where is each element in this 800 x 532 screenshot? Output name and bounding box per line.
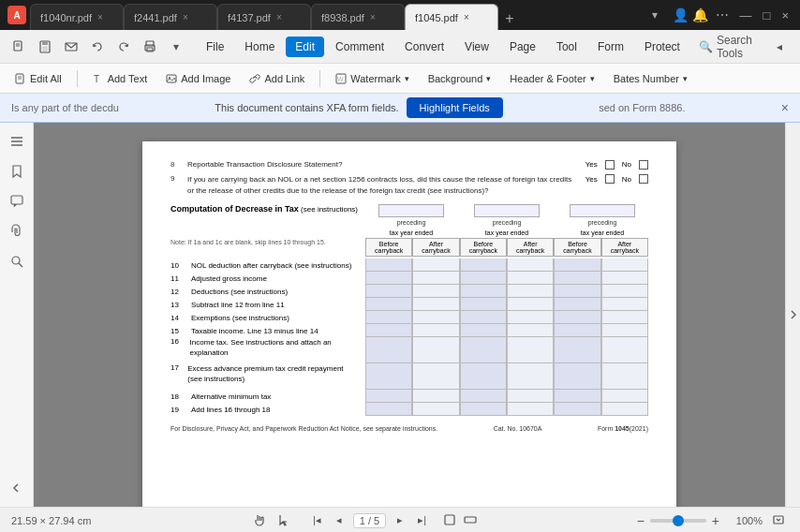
tab-f1040nr[interactable]: f1040nr.pdf × bbox=[30, 4, 124, 30]
dropdown-arrow[interactable]: ▾ bbox=[165, 36, 187, 58]
data-row-15: 15 Taxable income. Line 13 minus line 14 bbox=[170, 324, 648, 337]
cell-10-4[interactable] bbox=[507, 259, 554, 272]
hand-tool-icon[interactable] bbox=[249, 511, 270, 530]
image-icon bbox=[166, 73, 177, 84]
redo-icon[interactable] bbox=[112, 36, 135, 58]
bates-number-btn[interactable]: Bates Number ▾ bbox=[606, 70, 695, 87]
search-tools-btn[interactable]: 🔍 Search Tools bbox=[691, 30, 760, 64]
forward-nav-icon[interactable]: ▸ bbox=[793, 37, 800, 57]
menu-view[interactable]: View bbox=[455, 37, 498, 57]
sidebar-icon-search[interactable] bbox=[6, 250, 28, 273]
col-h-before-3: Before carryback bbox=[554, 238, 600, 257]
more-options-icon[interactable]: ⋯ bbox=[712, 7, 733, 22]
tab-f4137[interactable]: f4137.pdf × bbox=[217, 4, 311, 30]
close-window-icon[interactable]: × bbox=[778, 8, 793, 22]
cell-10-5[interactable] bbox=[554, 259, 600, 272]
cell-11-1[interactable] bbox=[365, 272, 412, 285]
sidebar-icon-menu[interactable] bbox=[6, 130, 28, 153]
profile-icon[interactable]: 👤 bbox=[673, 7, 689, 22]
sidebar-icon-comment[interactable] bbox=[6, 190, 28, 213]
save-icon[interactable] bbox=[34, 36, 56, 58]
data-row-12: 12 Deductions (see instructions) bbox=[170, 285, 648, 298]
tab-close[interactable]: × bbox=[276, 12, 282, 22]
tab-close[interactable]: × bbox=[97, 12, 103, 22]
tab-close[interactable]: × bbox=[464, 12, 469, 22]
restore-icon[interactable]: □ bbox=[760, 8, 775, 22]
menu-file[interactable]: File bbox=[197, 37, 233, 57]
cell-10-6[interactable] bbox=[601, 259, 648, 272]
undo-icon[interactable] bbox=[86, 36, 109, 58]
email-icon[interactable] bbox=[60, 36, 82, 58]
tab-f2441[interactable]: f2441.pdf × bbox=[124, 4, 217, 30]
sidebar-icon-attachment[interactable] bbox=[6, 220, 28, 243]
header-footer-btn[interactable]: Header & Footer ▾ bbox=[502, 70, 601, 87]
first-page-btn[interactable]: |◂ bbox=[309, 514, 325, 526]
cell-11-4[interactable] bbox=[507, 272, 554, 285]
cell-10-1[interactable] bbox=[365, 259, 412, 272]
cell-11-5[interactable] bbox=[554, 272, 600, 285]
cell-10-2[interactable] bbox=[412, 259, 459, 272]
xfa-banner: Is any part of the decdu This document c… bbox=[0, 94, 800, 123]
computation-section: Computation of Decrease in Tax (see inst… bbox=[170, 204, 648, 226]
cell-11-2[interactable] bbox=[412, 272, 459, 285]
new-tab-button[interactable]: + bbox=[498, 7, 521, 30]
preceding-input-1[interactable] bbox=[378, 204, 444, 217]
data-rows-container: 10 NOL deduction after carryback (see in… bbox=[170, 259, 648, 416]
menu-convert[interactable]: Convert bbox=[395, 37, 453, 57]
menu-protect[interactable]: Protect bbox=[635, 37, 689, 57]
add-link-btn[interactable]: Add Link bbox=[242, 70, 312, 87]
xfa-close-button[interactable]: × bbox=[781, 100, 789, 115]
sidebar-icon-bookmark[interactable] bbox=[6, 160, 28, 183]
minimize-icon[interactable]: — bbox=[736, 8, 756, 22]
menu-comment[interactable]: Comment bbox=[326, 37, 393, 57]
menu-home[interactable]: Home bbox=[235, 37, 284, 57]
menu-form[interactable]: Form bbox=[588, 37, 633, 57]
zoom-out-btn[interactable]: − bbox=[637, 513, 644, 528]
tab-overflow[interactable]: ▾ bbox=[648, 5, 661, 25]
preceding-col-2: preceding bbox=[461, 204, 553, 226]
tab-f1045[interactable]: f1045.pdf × bbox=[405, 4, 498, 30]
preceding-input-3[interactable] bbox=[570, 204, 635, 217]
tab-label: f8938.pdf bbox=[321, 12, 364, 23]
last-page-btn[interactable]: ▸| bbox=[414, 514, 430, 526]
tab-close[interactable]: × bbox=[183, 12, 188, 22]
pdf-area[interactable]: 8 Reportable Transaction Disclosure Stat… bbox=[34, 123, 785, 507]
file-icon[interactable] bbox=[7, 36, 30, 58]
add-image-btn[interactable]: Add Image bbox=[158, 70, 238, 87]
prev-page-btn[interactable]: ◂ bbox=[333, 514, 346, 526]
cell-11-6[interactable] bbox=[601, 272, 648, 285]
zoom-slider[interactable] bbox=[650, 519, 706, 523]
fit-page-icon[interactable] bbox=[441, 511, 458, 530]
checkbox-no-8[interactable] bbox=[639, 160, 648, 170]
preceding-input-2[interactable] bbox=[474, 204, 540, 217]
notification-icon[interactable]: 🔔 bbox=[692, 7, 708, 22]
menu-tool[interactable]: Tool bbox=[547, 37, 586, 57]
sidebar-collapse-btn[interactable] bbox=[6, 477, 28, 499]
watermark-btn[interactable]: W Watermark ▾ bbox=[328, 70, 416, 87]
disclosure-text: For Disclosure, Privacy Act, and Paperwo… bbox=[170, 425, 437, 432]
select-tool-icon[interactable] bbox=[274, 511, 294, 530]
highlight-fields-button[interactable]: Highlight Fields bbox=[407, 97, 503, 118]
app-icon: A bbox=[7, 6, 26, 24]
back-nav-icon[interactable]: ◂ bbox=[769, 37, 790, 57]
row-num-8: 8 bbox=[170, 160, 187, 169]
menu-page[interactable]: Page bbox=[500, 37, 545, 57]
zoom-options-icon[interactable] bbox=[768, 511, 789, 530]
checkbox-yes-8[interactable] bbox=[605, 160, 615, 170]
tab-label: f2441.pdf bbox=[134, 12, 177, 23]
tab-close[interactable]: × bbox=[370, 12, 376, 22]
zoom-in-btn[interactable]: + bbox=[712, 513, 719, 528]
print-icon[interactable] bbox=[139, 36, 161, 58]
add-text-btn[interactable]: T Add Text bbox=[85, 70, 156, 87]
menu-edit[interactable]: Edit bbox=[286, 37, 324, 57]
tab-f8938[interactable]: f8938.pdf × bbox=[311, 4, 405, 30]
fit-width-icon[interactable] bbox=[462, 511, 479, 530]
cell-10-3[interactable] bbox=[460, 259, 507, 272]
cell-11-3[interactable] bbox=[460, 272, 507, 285]
background-btn[interactable]: Background ▾ bbox=[421, 70, 499, 87]
checkbox-yes-9[interactable] bbox=[605, 174, 615, 184]
right-sidebar-toggle[interactable] bbox=[785, 123, 800, 507]
next-page-btn[interactable]: ▸ bbox=[393, 514, 407, 526]
edit-all-btn[interactable]: Edit All bbox=[7, 70, 69, 87]
checkbox-no-9[interactable] bbox=[639, 174, 648, 184]
